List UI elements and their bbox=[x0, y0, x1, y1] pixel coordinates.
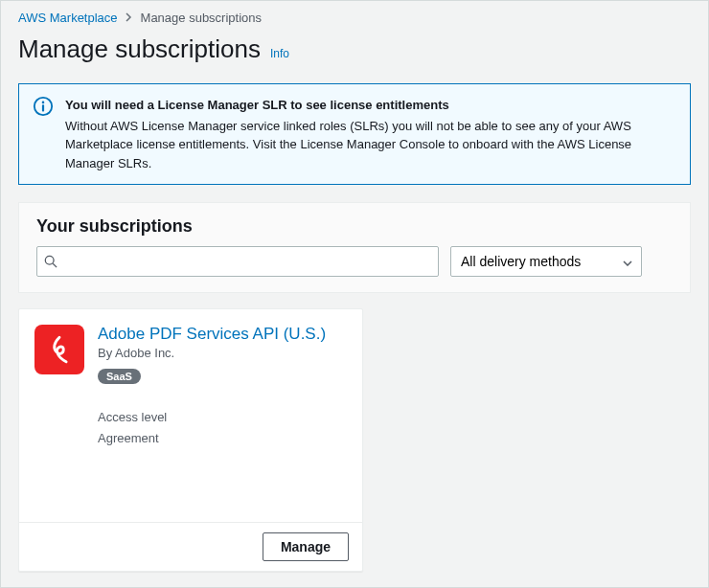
alert-body: You will need a License Manager SLR to s… bbox=[65, 96, 676, 172]
search-input[interactable] bbox=[36, 246, 439, 277]
subscriptions-heading: Your subscriptions bbox=[19, 203, 690, 246]
page-title: Manage subscriptions bbox=[18, 34, 261, 64]
info-alert: You will need a License Manager SLR to s… bbox=[18, 83, 691, 185]
breadcrumb: AWS Marketplace Manage subscriptions bbox=[1, 1, 708, 29]
manage-button[interactable]: Manage bbox=[263, 532, 349, 561]
adobe-acrobat-icon bbox=[34, 325, 84, 374]
svg-rect-2 bbox=[42, 104, 44, 111]
product-meta: Access level Agreement bbox=[98, 407, 347, 449]
cards-area: Adobe PDF Services API (U.S.) By Adobe I… bbox=[18, 293, 691, 587]
chevron-right-icon bbox=[126, 11, 133, 25]
access-level-value: Agreement bbox=[98, 428, 347, 449]
vendor-name: Adobe Inc. bbox=[115, 346, 174, 360]
info-icon bbox=[33, 96, 54, 117]
breadcrumb-root-link[interactable]: AWS Marketplace bbox=[18, 11, 118, 25]
delivery-filter-wrapper: All delivery methods bbox=[450, 246, 642, 277]
access-level-label: Access level bbox=[98, 407, 347, 428]
delivery-badge: SaaS bbox=[98, 369, 141, 384]
search-icon bbox=[44, 255, 57, 268]
breadcrumb-current: Manage subscriptions bbox=[141, 11, 262, 25]
product-title-link[interactable]: Adobe PDF Services API (U.S.) bbox=[98, 325, 347, 344]
card-footer: Manage bbox=[19, 522, 362, 571]
card-body: Adobe PDF Services API (U.S.) By Adobe I… bbox=[19, 309, 362, 464]
info-link[interactable]: Info bbox=[270, 47, 289, 60]
svg-point-1 bbox=[42, 102, 45, 104]
product-vendor: By Adobe Inc. bbox=[98, 346, 347, 360]
alert-text: Without AWS License Manager service link… bbox=[65, 119, 631, 170]
product-info: Adobe PDF Services API (U.S.) By Adobe I… bbox=[98, 325, 347, 449]
search-wrapper bbox=[36, 246, 439, 277]
subscriptions-panel: Your subscriptions All delivery methods bbox=[18, 202, 691, 293]
delivery-filter-select[interactable]: All delivery methods bbox=[450, 246, 642, 277]
page-header: Manage subscriptions Info bbox=[1, 29, 708, 83]
vendor-prefix: By bbox=[98, 346, 112, 360]
svg-line-4 bbox=[53, 263, 57, 267]
subscription-card: Adobe PDF Services API (U.S.) By Adobe I… bbox=[18, 308, 363, 572]
panel-controls: All delivery methods bbox=[19, 246, 690, 293]
alert-title: You will need a License Manager SLR to s… bbox=[65, 96, 676, 115]
svg-point-3 bbox=[45, 256, 54, 264]
